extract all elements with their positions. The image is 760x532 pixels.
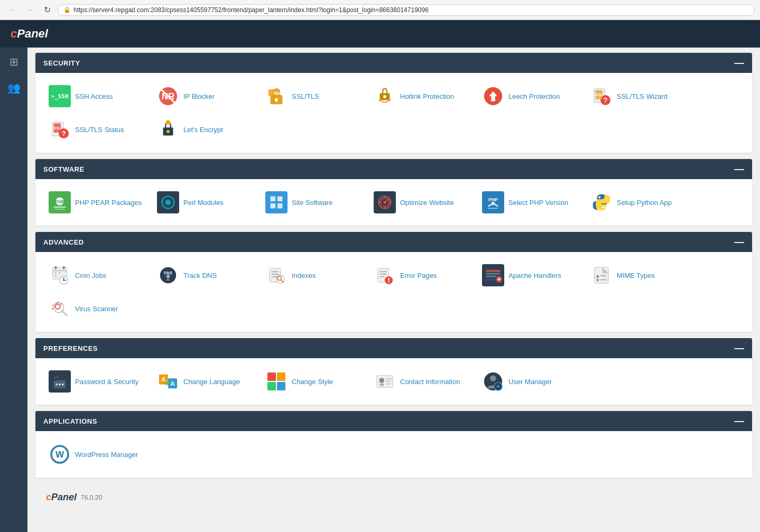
- software-collapse[interactable]: —: [735, 164, 745, 174]
- main-content: SECURITY — >_SSH SSH Access NR: [27, 48, 760, 532]
- contact-information-label: Contact Information: [400, 378, 460, 386]
- svg-rect-117: [267, 372, 276, 381]
- contact-information-item[interactable]: Contact Information: [368, 366, 474, 397]
- svg-point-122: [379, 378, 385, 383]
- svg-rect-80: [380, 271, 387, 272]
- change-language-svg: A A: [158, 371, 178, 391]
- setup-python-label: Setup Python App: [617, 199, 672, 207]
- svg-rect-95: [597, 275, 599, 278]
- cpanel-header: cPanel: [0, 20, 760, 48]
- svg-rect-98: [600, 279, 606, 281]
- svg-rect-81: [380, 274, 387, 275]
- svg-point-27: [167, 119, 169, 122]
- indexes-label: Indexes: [292, 272, 316, 279]
- select-php-icon: PHP: [482, 191, 504, 213]
- leech-protection-item[interactable]: Leech Protection: [477, 81, 582, 111]
- ip-blocker-item[interactable]: NR IP Blocker: [152, 81, 257, 111]
- cron-svg: [50, 265, 70, 285]
- ssl-status-item[interactable]: SSL ? SSL/TLS Status: [43, 114, 149, 145]
- virus-scanner-item[interactable]: Virus Scanner: [43, 293, 149, 324]
- svg-rect-60: [53, 270, 67, 272]
- applications-title: APPLICATIONS: [43, 417, 97, 425]
- apache-icon: [482, 264, 504, 286]
- apache-handlers-label: Apache Handlers: [508, 272, 561, 279]
- php-pear-svg: PHP: [50, 192, 70, 212]
- mime-types-item[interactable]: MIME Types: [585, 260, 691, 291]
- svg-point-71: [168, 275, 169, 277]
- svg-text:PHP: PHP: [55, 199, 64, 204]
- software-title: SOFTWARE: [43, 165, 85, 173]
- ssh-access-item[interactable]: >_SSH SSH Access: [43, 81, 149, 111]
- perl-icon: [157, 191, 179, 213]
- svg-rect-82: [380, 276, 385, 277]
- svg-line-106: [52, 309, 53, 309]
- mime-types-label: MIME Types: [617, 272, 655, 279]
- ssl-wizard-item[interactable]: ? SSL SSL/TLS Wizard: [585, 81, 691, 111]
- svg-line-105: [52, 305, 54, 305]
- footer: cPanel 76.0.20: [35, 484, 752, 511]
- user-manager-label: User Manager: [508, 378, 552, 386]
- svg-text:SSL: SSL: [54, 126, 61, 130]
- sidebar-grid-icon[interactable]: ⊞: [7, 53, 21, 71]
- password-security-label: Password & Security: [75, 378, 138, 386]
- ip-blocker-icon: NR: [157, 85, 179, 107]
- perl-modules-item[interactable]: Perl Modules: [152, 187, 257, 218]
- indexes-svg: [266, 265, 286, 285]
- error-pages-svg: !: [375, 265, 395, 285]
- user-manager-svg: [483, 371, 503, 391]
- change-style-item[interactable]: Change Style: [260, 366, 366, 397]
- svg-rect-96: [597, 279, 599, 282]
- svg-rect-5: [276, 100, 277, 102]
- ssl-tls-item[interactable]: SSL SSL/TLS: [260, 81, 366, 111]
- applications-collapse[interactable]: —: [735, 416, 745, 426]
- site-software-item[interactable]: Site Software: [260, 187, 366, 218]
- svg-rect-37: [266, 192, 286, 212]
- svg-rect-61: [55, 272, 57, 274]
- hotlink-protection-item[interactable]: Hotlink Protection: [368, 81, 474, 111]
- track-dns-item[interactable]: DNS Track DNS: [152, 260, 257, 291]
- password-icon: ***: [49, 370, 71, 393]
- lets-encrypt-icon: [157, 118, 179, 141]
- advanced-section: ADVANCED —: [35, 232, 752, 332]
- svg-rect-119: [267, 382, 276, 390]
- svg-point-100: [55, 304, 60, 309]
- optimize-website-item[interactable]: Optimize Website: [368, 187, 474, 218]
- preferences-collapse[interactable]: —: [735, 343, 745, 353]
- track-dns-label: Track DNS: [183, 272, 217, 279]
- reload-button[interactable]: ↻: [41, 4, 53, 16]
- sidebar-users-icon[interactable]: 👥: [5, 79, 23, 97]
- select-php-svg: PHP: [483, 192, 503, 212]
- lets-encrypt-label: Let's Encrypt: [183, 126, 223, 134]
- svg-rect-32: [55, 209, 65, 210]
- security-collapse[interactable]: —: [735, 58, 745, 68]
- apache-handlers-item[interactable]: Apache Handlers: [477, 260, 582, 291]
- advanced-collapse[interactable]: —: [735, 237, 745, 247]
- svg-rect-63: [55, 275, 57, 277]
- user-manager-item[interactable]: User Manager: [477, 366, 582, 397]
- setup-python-item[interactable]: Setup Python App: [585, 187, 691, 218]
- back-button[interactable]: ←: [5, 4, 19, 16]
- preferences-body: *** Password & Security A A: [35, 358, 752, 405]
- error-pages-item[interactable]: ! Error Pages: [368, 260, 474, 291]
- user-manager-icon: [482, 370, 504, 393]
- lets-encrypt-item[interactable]: Let's Encrypt: [152, 114, 257, 145]
- svg-text:***: ***: [54, 376, 59, 380]
- select-php-item[interactable]: PHP Select PHP Version: [477, 187, 582, 218]
- leech-protection-label: Leech Protection: [508, 92, 560, 100]
- cron-jobs-item[interactable]: Cron Jobs: [43, 260, 149, 291]
- change-language-item[interactable]: A A Change Language: [152, 366, 257, 397]
- indexes-item[interactable]: Indexes: [260, 260, 366, 291]
- php-pear-item[interactable]: PHP PHP PEAR Packages: [43, 187, 149, 218]
- svg-rect-124: [386, 378, 392, 379]
- password-security-item[interactable]: *** Password & Security: [43, 366, 149, 397]
- advanced-header: ADVANCED —: [35, 232, 752, 252]
- svg-text:SSL: SSL: [595, 92, 603, 97]
- svg-point-26: [166, 130, 170, 133]
- svg-rect-59: [63, 266, 65, 269]
- url-bar[interactable]: 🔒 https://server4.repgad.com:2083/cpsess…: [58, 4, 755, 16]
- change-language-icon: A A: [157, 370, 179, 393]
- svg-rect-38: [271, 197, 275, 202]
- security-body: >_SSH SSH Access NR IP Blocker: [35, 73, 752, 153]
- wordpress-manager-item[interactable]: W WordPress Manager: [43, 439, 149, 470]
- forward-button[interactable]: →: [23, 4, 37, 16]
